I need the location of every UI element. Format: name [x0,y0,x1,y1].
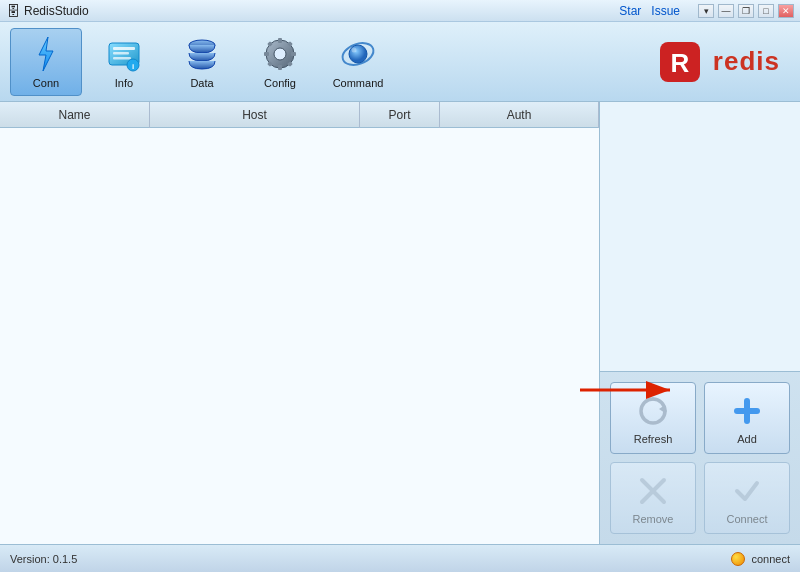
title-bar: 🗄 RedisStudio Star Issue ▾ — ❐ □ ✕ [0,0,800,22]
right-top-area [600,102,800,372]
star-link[interactable]: Star [619,4,641,18]
refresh-icon [635,393,671,429]
svg-rect-10 [278,38,282,43]
restore-btn[interactable]: ❐ [738,4,754,18]
right-panel: Refresh Add [600,102,800,544]
title-bar-left: 🗄 RedisStudio [6,3,89,19]
svg-rect-2 [113,47,135,50]
redis-logo: R redis [655,37,780,87]
connect-button[interactable]: Connect [704,462,790,534]
add-button[interactable]: Add [704,382,790,454]
toolbar-btn-conn[interactable]: Conn [10,28,82,96]
title-bar-right: Star Issue ▾ — ❐ □ ✕ [619,4,794,18]
refresh-label: Refresh [634,433,673,445]
config-icon [260,34,300,74]
main-content: Name Host Port Auth Refresh [0,102,800,544]
remove-button[interactable]: Remove [610,462,696,534]
toolbar: Conn i Info [0,22,800,102]
col-header-auth: Auth [440,102,599,128]
action-buttons: Refresh Add [600,372,800,544]
minimize-btn[interactable]: — [718,4,734,18]
toolbar-btn-data[interactable]: Data [166,28,238,96]
svg-point-20 [352,48,357,53]
status-indicator [731,552,745,566]
svg-rect-13 [291,52,296,56]
app-icon: 🗄 [6,3,20,19]
redis-logo-text: redis [713,46,780,77]
svg-point-19 [349,45,367,63]
table-area: Name Host Port Auth [0,102,600,544]
table-header: Name Host Port Auth [0,102,599,128]
remove-label: Remove [633,513,674,525]
svg-point-9 [274,48,286,60]
col-header-host: Host [150,102,360,128]
connect-label: Connect [727,513,768,525]
table-body[interactable] [0,128,599,544]
redis-logo-icon: R [655,37,705,87]
svg-rect-11 [278,65,282,70]
command-icon [338,34,378,74]
issue-link[interactable]: Issue [651,4,680,18]
data-icon [182,34,222,74]
maximize-btn[interactable]: □ [758,4,774,18]
connect-icon [729,473,765,509]
toolbar-btn-info[interactable]: i Info [88,28,160,96]
svg-marker-23 [659,405,665,413]
svg-rect-12 [264,52,269,56]
toolbar-btn-command[interactable]: Command [322,28,394,96]
col-header-name: Name [0,102,150,128]
toolbar-btn-config[interactable]: Config [244,28,316,96]
svg-rect-4 [113,57,131,60]
status-right: connect [731,552,790,566]
svg-marker-0 [39,37,53,71]
dropdown-btn[interactable]: ▾ [698,4,714,18]
conn-label: Conn [33,77,59,89]
config-label: Config [264,77,296,89]
refresh-button[interactable]: Refresh [610,382,696,454]
info-icon: i [104,34,144,74]
remove-icon [635,473,671,509]
status-text: connect [751,553,790,565]
data-label: Data [190,77,213,89]
add-label: Add [737,433,757,445]
app-title: RedisStudio [24,4,89,18]
info-label: Info [115,77,133,89]
svg-text:i: i [132,62,134,71]
svg-rect-25 [734,408,760,414]
conn-icon [26,34,66,74]
command-label: Command [333,77,384,89]
window-controls: ▾ — ❐ □ ✕ [698,4,794,18]
col-header-port: Port [360,102,440,128]
status-bar: Version: 0.1.5 connect [0,544,800,572]
svg-rect-3 [113,52,129,55]
close-btn[interactable]: ✕ [778,4,794,18]
add-icon [729,393,765,429]
svg-text:R: R [670,48,689,78]
version-label: Version: 0.1.5 [10,553,77,565]
